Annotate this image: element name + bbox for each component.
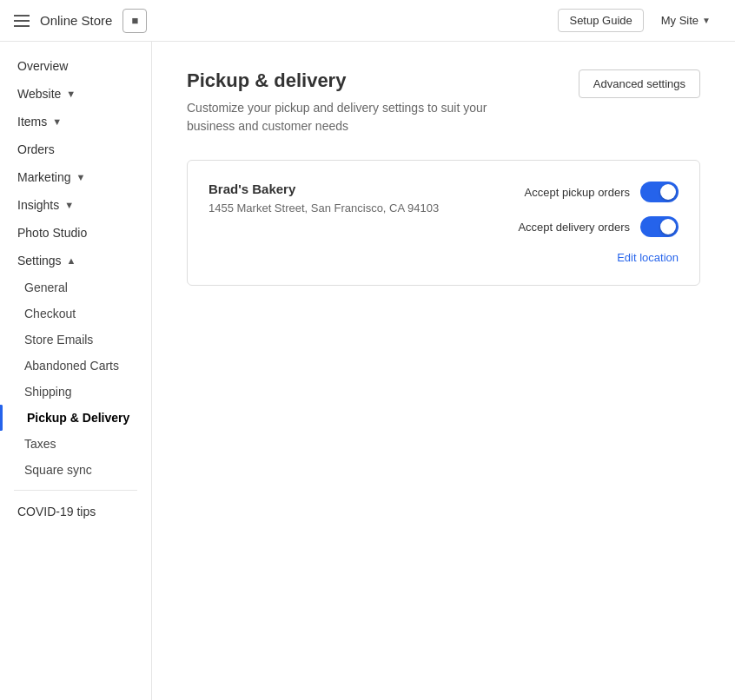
topbar: Online Store ■ Setup Guide My Site ▼ — [0, 0, 735, 42]
sidebar-item-photo-studio[interactable]: Photo Studio — [0, 219, 151, 247]
sidebar-item-settings[interactable]: Settings ▲ — [0, 247, 151, 274]
sidebar-item-marketing[interactable]: Marketing ▼ — [0, 163, 151, 191]
sidebar-item-insights[interactable]: Insights ▼ — [0, 191, 151, 219]
chevron-down-icon: ▼ — [76, 172, 85, 182]
chevron-down-icon: ▼ — [52, 116, 62, 127]
sidebar-item-overview[interactable]: Overview — [0, 52, 151, 80]
chevron-down-icon: ▼ — [66, 89, 76, 99]
delivery-toggle-row: Accept delivery orders — [518, 216, 679, 237]
sidebar-sub-item-general[interactable]: General — [0, 274, 151, 300]
page-description: Customize your pickup and delivery setti… — [187, 99, 534, 135]
edit-location-link[interactable]: Edit location — [617, 251, 679, 264]
sidebar-sub-item-pickup-delivery[interactable]: Pickup & Delivery — [0, 405, 151, 431]
app-title: Online Store — [40, 13, 112, 28]
sidebar-sub-item-checkout[interactable]: Checkout — [0, 300, 151, 327]
location-name: Brad's Bakery — [209, 182, 439, 196]
location-card: Brad's Bakery 1455 Market Street, San Fr… — [187, 160, 700, 286]
pickup-toggle[interactable] — [640, 182, 679, 202]
sidebar-item-items[interactable]: Items ▼ — [0, 108, 151, 135]
topbar-left: Online Store ■ — [14, 9, 558, 33]
location-info: Brad's Bakery 1455 Market Street, San Fr… — [209, 182, 439, 215]
topbar-right: Setup Guide My Site ▼ — [558, 9, 721, 32]
chevron-up-icon: ▲ — [67, 255, 76, 266]
sidebar-sub-item-store-emails[interactable]: Store Emails — [0, 327, 151, 353]
advanced-settings-button[interactable]: Advanced settings — [579, 69, 700, 98]
sidebar: Overview Website ▼ Items ▼ Orders Market… — [0, 42, 152, 700]
delivery-toggle[interactable] — [640, 216, 679, 237]
my-site-button[interactable]: My Site ▼ — [651, 10, 721, 31]
setup-guide-button[interactable]: Setup Guide — [558, 9, 643, 32]
chevron-down-icon: ▼ — [702, 16, 711, 25]
page-title: Pickup & delivery — [187, 69, 534, 92]
location-controls: Accept pickup orders Accept delivery ord… — [518, 182, 679, 264]
sidebar-sub-item-abandoned-carts[interactable]: Abandoned Carts — [0, 353, 151, 379]
chevron-down-icon: ▼ — [64, 200, 74, 210]
sidebar-sub-item-taxes[interactable]: Taxes — [0, 431, 151, 457]
location-address: 1455 Market Street, San Francisco, CA 94… — [209, 201, 439, 215]
sidebar-item-orders[interactable]: Orders — [0, 135, 151, 163]
page-header: Pickup & delivery Customize your pickup … — [187, 69, 700, 135]
page-header-text: Pickup & delivery Customize your pickup … — [187, 69, 534, 135]
square-icon: ■ — [122, 9, 147, 33]
accept-delivery-label: Accept delivery orders — [518, 221, 630, 234]
main-content: Pickup & delivery Customize your pickup … — [152, 42, 735, 700]
hamburger-menu[interactable] — [14, 15, 30, 27]
sidebar-item-website[interactable]: Website ▼ — [0, 80, 151, 108]
sidebar-sub-item-shipping[interactable]: Shipping — [0, 379, 151, 405]
accept-pickup-label: Accept pickup orders — [525, 186, 630, 199]
sidebar-divider — [14, 490, 137, 491]
sidebar-item-covid-tips[interactable]: COVID-19 tips — [0, 498, 151, 525]
sidebar-sub-item-square-sync[interactable]: Square sync — [0, 457, 151, 483]
main-layout: Overview Website ▼ Items ▼ Orders Market… — [0, 42, 735, 700]
pickup-toggle-row: Accept pickup orders — [525, 182, 679, 202]
